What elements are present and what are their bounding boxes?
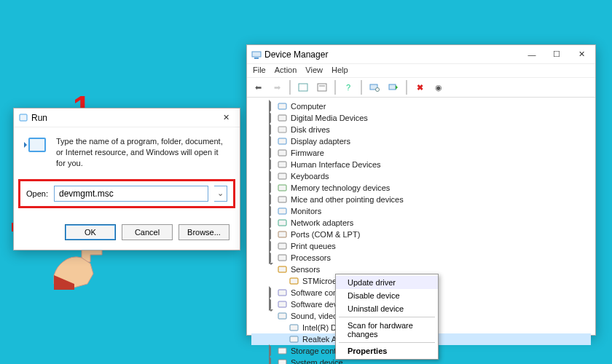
- ok-button[interactable]: OK: [65, 224, 116, 240]
- open-field-highlight: Open: ⌄: [18, 179, 235, 208]
- tree-node[interactable]: Memory technology devices: [251, 182, 591, 194]
- tree-node-label: Digital Media Devices: [291, 114, 368, 122]
- dm-title: Device Manager: [264, 50, 328, 60]
- svg-rect-22: [278, 255, 286, 261]
- tree-node[interactable]: Processors: [251, 252, 591, 264]
- tree-node[interactable]: Human Interface Devices: [251, 159, 591, 170]
- hid-icon: [278, 160, 288, 169]
- back-icon[interactable]: ⬅: [250, 80, 266, 95]
- tree-node-label: Disk drives: [291, 125, 330, 134]
- tree-node[interactable]: Digital Media Devices: [251, 112, 591, 124]
- run-instruction-text: Type the name of a program, folder, docu…: [56, 136, 230, 169]
- dm-menubar: FileActionViewHelp: [247, 64, 595, 78]
- svg-rect-23: [278, 266, 286, 272]
- port-icon: [278, 230, 288, 239]
- media-icon: [278, 114, 288, 122]
- run-app-icon: [18, 114, 28, 122]
- tree-node-label: Keyboards: [291, 172, 329, 181]
- sys-icon: [278, 358, 288, 364]
- svg-rect-28: [290, 325, 298, 331]
- dm-toolbar: ⬅ ➡ ? ✖ ◉: [247, 78, 595, 98]
- sw-icon: [278, 288, 288, 297]
- sensor-icon: [278, 265, 288, 274]
- close-icon[interactable]: ✕: [569, 47, 594, 63]
- tree-node[interactable]: Mice and other pointing devices: [251, 194, 591, 205]
- ctx-disable-device[interactable]: Disable device: [336, 289, 438, 302]
- menu-action[interactable]: Action: [275, 66, 297, 74]
- net-icon: [278, 218, 288, 227]
- tree-node[interactable]: Keyboards: [251, 170, 591, 182]
- run-dialog: Run ✕ Type the name of a program, folder…: [13, 108, 240, 250]
- svg-rect-13: [278, 150, 286, 156]
- browse-button[interactable]: Browse...: [178, 224, 230, 240]
- ctx-uninstall-device[interactable]: Uninstall device: [336, 302, 438, 315]
- menu-file[interactable]: File: [253, 66, 266, 74]
- svg-point-7: [376, 88, 380, 92]
- run-title: Run: [31, 113, 47, 123]
- properties-icon[interactable]: [314, 80, 330, 95]
- tree-node[interactable]: Network adapters: [251, 217, 591, 229]
- svg-rect-29: [290, 336, 298, 342]
- open-input[interactable]: [54, 186, 208, 202]
- add-legacy-icon[interactable]: [385, 80, 401, 95]
- svg-rect-11: [278, 127, 286, 132]
- ctx-update-driver[interactable]: Update driver: [336, 276, 438, 289]
- scan-icon[interactable]: [366, 80, 382, 95]
- tree-node[interactable]: Print queues: [251, 240, 591, 252]
- dm-titlebar[interactable]: Device Manager — ☐ ✕: [247, 45, 595, 64]
- stor-icon: [278, 347, 288, 355]
- tree-node[interactable]: Disk drives: [251, 124, 591, 135]
- close-icon[interactable]: ✕: [213, 110, 238, 126]
- menu-view[interactable]: View: [305, 66, 323, 74]
- svg-rect-3: [299, 84, 307, 91]
- tree-node[interactable]: Ports (COM & LPT): [251, 229, 591, 240]
- tree-node-label: Memory technology devices: [291, 183, 390, 192]
- svg-rect-30: [278, 348, 286, 354]
- chip-icon: [278, 149, 288, 157]
- forward-icon[interactable]: ➡: [269, 80, 285, 95]
- pc-icon: [278, 102, 288, 111]
- svg-rect-19: [278, 220, 286, 226]
- ctx-scan-for-hardware-changes[interactable]: Scan for hardware changes: [336, 319, 438, 341]
- mouse-icon: [278, 195, 288, 204]
- uninstall-icon[interactable]: ✖: [412, 80, 428, 95]
- open-dropdown-icon[interactable]: ⌄: [214, 186, 227, 202]
- svg-rect-15: [278, 173, 286, 179]
- run-titlebar[interactable]: Run ✕: [14, 108, 240, 127]
- dm-app-icon: [251, 50, 262, 59]
- svg-rect-31: [278, 360, 286, 364]
- tree-node[interactable]: Computer: [251, 100, 591, 112]
- tree-node[interactable]: Display adapters: [251, 135, 591, 147]
- svg-rect-12: [278, 138, 286, 144]
- tree-node[interactable]: Monitors: [251, 205, 591, 217]
- kbd-icon: [278, 172, 288, 181]
- tree-node-label: Network adapters: [291, 218, 353, 227]
- ctx-properties[interactable]: Properties: [336, 344, 438, 357]
- snd-icon: [289, 323, 299, 332]
- maximize-icon[interactable]: ☐: [544, 47, 569, 63]
- svg-rect-27: [278, 313, 286, 319]
- svg-rect-9: [278, 103, 286, 109]
- svg-rect-2: [254, 58, 259, 59]
- svg-rect-26: [278, 301, 286, 307]
- cancel-button[interactable]: Cancel: [122, 224, 173, 240]
- tree-node-label: Mice and other pointing devices: [291, 195, 404, 204]
- tree-node-label: Computer: [291, 102, 326, 111]
- minimize-icon[interactable]: —: [519, 47, 544, 63]
- help-icon[interactable]: ?: [340, 80, 356, 95]
- show-hidden-icon[interactable]: [295, 80, 311, 95]
- cpu-icon: [278, 253, 288, 262]
- print-icon: [278, 242, 288, 250]
- svg-rect-20: [278, 232, 286, 237]
- update-icon[interactable]: ◉: [431, 80, 447, 95]
- tree-node[interactable]: Firmware: [251, 147, 591, 159]
- tree-node-label: Human Interface Devices: [291, 160, 381, 169]
- svg-rect-18: [278, 208, 286, 214]
- tree-node-label: Processors: [291, 253, 331, 262]
- tree-node-label: Print queues: [291, 242, 336, 250]
- svg-rect-4: [318, 84, 326, 91]
- menu-help[interactable]: Help: [332, 66, 348, 74]
- tree-node-label: Display adapters: [291, 137, 350, 146]
- svg-rect-24: [290, 278, 298, 284]
- snd-icon: [278, 312, 288, 320]
